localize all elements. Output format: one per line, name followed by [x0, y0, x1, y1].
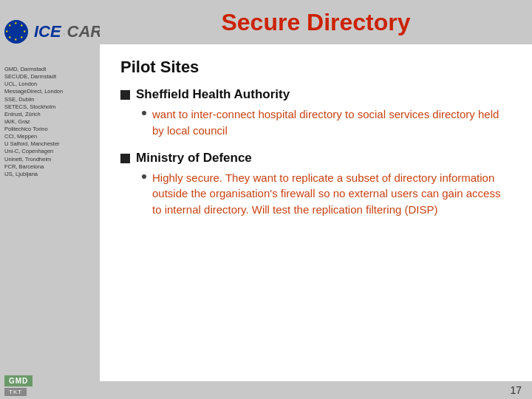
svg-text:★: ★ [8, 23, 12, 27]
partner-item: SSE, Dublin [4, 96, 63, 103]
partner-item: SETECS, Stockholm [4, 103, 63, 111]
bullet-label-2: Ministry of Defence [136, 151, 252, 165]
partner-item: IJS, Ljubljana [4, 171, 63, 178]
bullet-item-1: Sheffield Health Authority want to inter… [120, 87, 511, 142]
sub-bullet-list-2: Highly secure. They want to replicate a … [136, 170, 511, 218]
partners-list: GMD, Darmstadt SECUDE, Darmstadt UCL, Lo… [0, 63, 67, 181]
svg-text:★: ★ [5, 29, 9, 33]
sub-bullet-item-2-1: Highly secure. They want to replicate a … [142, 170, 511, 218]
partner-item: Politechico Torino [4, 126, 63, 133]
svg-text:★: ★ [14, 21, 18, 25]
partner-item: U Salford, Manchester [4, 140, 63, 148]
main-body: Pilot Sites Sheffield Health Authority w… [100, 44, 532, 381]
svg-text:★: ★ [14, 37, 18, 41]
sidebar: ★ ★ ★ ★ ★ ★ ★ ★ ICE [0, 0, 100, 399]
logo-area: ★ ★ ★ ★ ★ ★ ★ ★ ICE [0, 0, 100, 63]
gmd-label: GMD [4, 375, 33, 386]
partner-item: SECUDE, Darmstadt [4, 73, 63, 81]
bullet-square-icon-2 [120, 154, 130, 163]
sub-bullet-item-1-1: want to inter-connect hospital directory… [142, 106, 511, 139]
partner-item: GMD, Darmstadt [4, 66, 63, 73]
gmd-logo-area: GMD TKT [0, 369, 37, 399]
eu-logo-icon: ★ ★ ★ ★ ★ ★ ★ ★ [5, 21, 27, 43]
svg-text:★: ★ [8, 35, 12, 39]
main-header: Secure Directory [100, 0, 532, 44]
car-logo-text: CAR [67, 22, 103, 41]
section-title: Pilot Sites [120, 58, 511, 77]
partner-item: Uninett, Trondheim [4, 156, 63, 163]
bullet-block-1: Sheffield Health Authority want to inter… [120, 87, 511, 142]
svg-text:★: ★ [20, 35, 24, 39]
bullet-block-2: Ministry of Defence Highly secure. They … [120, 151, 511, 221]
page-number-area: 17 [100, 381, 532, 399]
sub-bullet-text-2-1: Highly secure. They want to replicate a … [152, 170, 511, 218]
partner-item: IAIK, Graz [4, 118, 63, 126]
sub-bullet-dot-icon-2 [142, 174, 146, 179]
page-number: 17 [510, 384, 522, 396]
sub-bullet-dot-icon [142, 111, 146, 115]
svg-text:★: ★ [20, 23, 24, 27]
partner-item: Entrust, Zürich [4, 111, 63, 118]
partner-item: Uni-C, Copenhagen [4, 148, 63, 155]
main-content: Secure Directory Pilot Sites Sheffield H… [100, 0, 532, 399]
partner-item: CCI, Meppen [4, 133, 63, 140]
ice-logo-text: ICE [34, 22, 61, 41]
sub-bullet-text-1-1: want to inter-connect hospital directory… [152, 106, 511, 139]
bullet-item-2: Ministry of Defence Highly secure. They … [120, 151, 511, 221]
page-title: Secure Directory [221, 9, 410, 36]
sub-bullet-list-1: want to inter-connect hospital directory… [136, 106, 511, 139]
bullet-square-icon [120, 90, 130, 100]
partner-item: MessageDirect, London [4, 88, 63, 95]
bullet-label-1: Sheffield Health Authority [136, 87, 290, 101]
tkt-label: TKT [4, 388, 27, 396]
svg-text:★: ★ [23, 29, 27, 33]
partner-item: FCR, Barcelona [4, 163, 63, 171]
partner-item: UCL, London [4, 81, 63, 88]
